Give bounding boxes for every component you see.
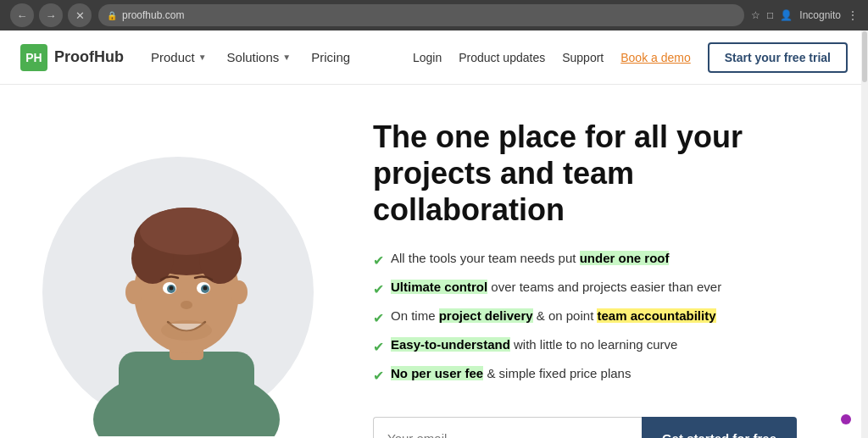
star-icon[interactable]: ☆ (751, 9, 760, 21)
svg-point-18 (161, 320, 212, 341)
feature-item-5: ✔ No per user fee & simple fixed price p… (373, 364, 834, 386)
check-icon: ✔ (373, 366, 384, 386)
highlight-ultimate-control: Ultimate control (391, 280, 487, 294)
hero-title: The one place for all your projects and … (373, 119, 814, 229)
highlight-under-one-roof: under one roof (580, 251, 670, 265)
logo-box: PH (20, 44, 47, 71)
svg-point-8 (140, 208, 233, 255)
hero-content: The one place for all your projects and … (356, 85, 868, 438)
nav-right: Login Product updates Support Book a dem… (413, 42, 848, 73)
highlight-easy-to-understand: Easy-to-understand (391, 337, 510, 352)
highlight-team-accountability: team accountability (597, 308, 715, 323)
browser-right-controls: ☆ □ 👤 Incognito ⋮ (751, 9, 858, 21)
nav-solutions[interactable]: Solutions ▼ (227, 50, 292, 64)
tab-icon[interactable]: □ (767, 9, 773, 21)
hero-image-section (0, 85, 356, 438)
chevron-down-icon: ▼ (198, 53, 207, 62)
lock-icon: 🔒 (107, 11, 117, 20)
highlight-project-delivery: project delivery (439, 308, 533, 323)
check-icon: ✔ (373, 251, 384, 271)
scrollbar-thumb[interactable] (862, 31, 867, 82)
main-content: The one place for all your projects and … (0, 85, 868, 438)
incognito-label: Incognito (799, 9, 841, 21)
page-scrollbar[interactable] (861, 30, 868, 438)
nav-support[interactable]: Support (562, 51, 604, 64)
nav-product[interactable]: Product ▼ (151, 50, 207, 64)
check-icon: ✔ (373, 337, 384, 358)
feature-item-3: ✔ On time project delivery & on point te… (373, 307, 834, 329)
feature-item-2: ✔ Ultimate control over teams and projec… (373, 278, 834, 300)
incognito-badge: Incognito (799, 9, 841, 21)
menu-icon[interactable]: ⋮ (848, 9, 858, 21)
logo-initials: PH (25, 51, 42, 64)
nav-left: Product ▼ Solutions ▼ Pricing (151, 50, 413, 64)
reload-button[interactable]: ✕ (68, 3, 92, 27)
feature-item-4: ✔ Easy-to-understand with little to no l… (373, 335, 834, 358)
nav-product-updates[interactable]: Product updates (459, 51, 545, 64)
back-button[interactable]: ← (10, 3, 34, 27)
nav-pricing[interactable]: Pricing (311, 50, 350, 64)
nav-login[interactable]: Login (413, 51, 442, 64)
logo-name: ProofHub (54, 48, 124, 66)
email-form: Get started for free (373, 417, 797, 438)
nav-book-demo[interactable]: Book a demo (620, 51, 691, 64)
start-trial-button[interactable]: Start your free trial (708, 42, 848, 73)
email-input[interactable] (373, 417, 642, 438)
svg-point-15 (181, 301, 192, 309)
browser-nav-controls: ← → ✕ (10, 3, 92, 27)
svg-point-17 (231, 280, 248, 304)
svg-point-13 (170, 286, 174, 291)
feature-item-1: ✔ All the tools your team needs put unde… (373, 249, 834, 271)
url-text: proofhub.com (122, 9, 184, 21)
logo-link[interactable]: PH ProofHub (20, 44, 124, 71)
svg-point-14 (203, 286, 208, 291)
feature-list: ✔ All the tools your team needs put unde… (373, 249, 834, 393)
avatar-icon[interactable]: 👤 (780, 9, 793, 21)
svg-rect-1 (119, 352, 254, 436)
main-nav: PH ProofHub Product ▼ Solutions ▼ Pricin… (0, 30, 868, 85)
address-bar[interactable]: 🔒 proofhub.com (98, 4, 744, 26)
check-icon: ✔ (373, 280, 384, 300)
get-started-button[interactable]: Get started for free (642, 417, 797, 438)
chevron-down-icon: ▼ (282, 53, 291, 62)
scroll-indicator-dot (841, 414, 851, 424)
forward-button[interactable]: → (39, 3, 63, 27)
browser-chrome: ← → ✕ 🔒 proofhub.com ☆ □ 👤 Incognito ⋮ (0, 0, 868, 30)
highlight-no-per-user-fee: No per user fee (391, 366, 483, 380)
hero-person-image (68, 148, 305, 436)
check-icon: ✔ (373, 308, 384, 329)
svg-point-16 (125, 280, 142, 304)
